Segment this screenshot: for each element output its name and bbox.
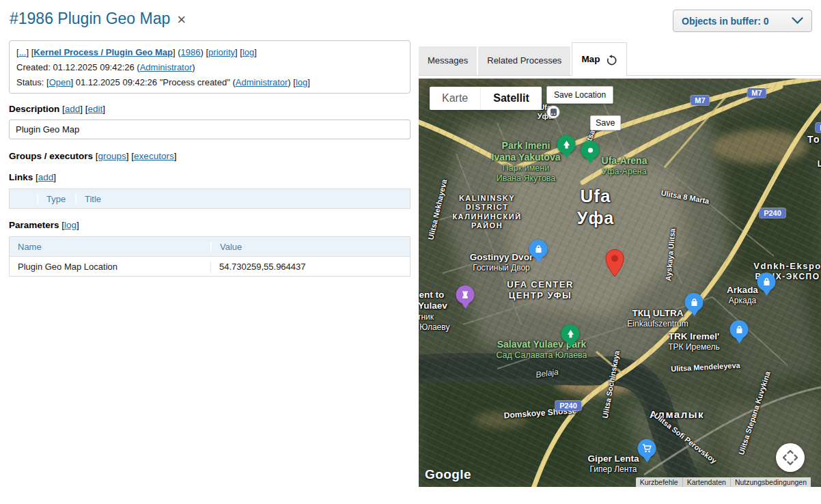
map-label-park-ivana-yakutova[interactable]: Park ImeniIvana YakutovaПарк имениИвана …: [492, 140, 561, 184]
parameters-col-value: Value: [210, 242, 410, 252]
map-label-arkada[interactable]: ArkadaАркада: [727, 285, 758, 306]
link-priority[interactable]: priority: [208, 47, 235, 57]
grocery-pin-lenta[interactable]: [638, 439, 656, 462]
link-open[interactable]: Open: [49, 77, 71, 87]
map-type-satellit-button[interactable]: Satellit: [481, 87, 541, 110]
save-location-button[interactable]: Save Location: [546, 86, 613, 104]
parameters-heading: Parameters [log]: [9, 220, 79, 230]
shopping-pin-ultra[interactable]: [685, 293, 704, 316]
map-label-tsentralnyy-cut: Центральный: [818, 159, 821, 169]
map-type-karte-button[interactable]: Karte: [430, 87, 481, 110]
save-button[interactable]: Save: [590, 115, 621, 130]
stadium-pin-ufa-arena[interactable]: [581, 141, 600, 164]
link--[interactable]: ...: [19, 47, 27, 57]
text-run: ): [192, 62, 195, 72]
description-input[interactable]: [9, 120, 410, 139]
text-run: ] [: [235, 47, 242, 57]
tab-map[interactable]: Map: [572, 42, 627, 76]
link-administrator[interactable]: Administrator: [140, 62, 193, 72]
map-type-control: Karte Satellit: [430, 87, 542, 110]
attribution-link-nutzungsbedingungen[interactable]: Nutzungsbedingungen: [730, 477, 811, 487]
objects-in-buffer-label: Objects in buffer: 0: [682, 16, 769, 27]
text-run: ] (: [173, 47, 181, 57]
links-heading: Links [add]: [9, 172, 56, 182]
page-title: #1986 Plugin Geo Map ×: [10, 10, 186, 28]
map-label-kalininsky-district: KALININSKYDISTRICTКАЛИНИНСКИЙРАЙОН: [452, 194, 521, 231]
text-run: Parameters: [9, 220, 59, 230]
road-badge-m7: M7: [747, 88, 766, 98]
text-run: Links: [9, 172, 33, 182]
text-run: [: [33, 172, 38, 182]
parameters-col-name: Name: [10, 242, 210, 252]
page-title-text: #1986 Plugin Geo Map: [10, 10, 170, 28]
text-run: ] [: [126, 151, 134, 161]
text-run: [: [59, 104, 65, 114]
map-label-ufa-center: UFA CENTERЦЕНТР УФЫ: [507, 279, 574, 301]
tab-bar: Messages Related Processes Map: [419, 42, 821, 76]
link-log[interactable]: log: [296, 77, 307, 87]
map-label-monument-salavat-yulaev[interactable]: Monument toSalavat YulaevПамятникСалават…: [419, 290, 449, 332]
monument-pin-yulaev[interactable]: [456, 285, 475, 309]
park-pin-yakutova[interactable]: [557, 135, 576, 158]
tab-map-label: Map: [581, 43, 600, 76]
text-run: ]: [76, 220, 79, 230]
parameter-value-cell: 54.730259,55.964437: [210, 262, 410, 272]
link-add[interactable]: add: [65, 104, 81, 114]
train-station-icon[interactable]: [546, 105, 560, 119]
park-pin-salavat[interactable]: [561, 324, 580, 348]
text-run: ]: [307, 77, 310, 87]
text-run: ]: [254, 47, 257, 57]
text-run: ] 01.12.2025 09:42:26 "Process created" …: [71, 77, 236, 87]
text-run: ]: [53, 172, 56, 182]
map-label-ufa-city: UfaУфа: [577, 186, 614, 228]
link-kernel-process-plugin-geo-map[interactable]: Kernel Process / Plugin Geo Map: [33, 47, 173, 57]
link-log[interactable]: log: [242, 47, 254, 57]
text-run: ] [: [26, 47, 33, 57]
map-label-tkc-ultra[interactable]: ТКЦ ULTRAEinkaufszentrum: [627, 308, 688, 329]
link-edit[interactable]: edit: [88, 104, 103, 114]
shopping-pin-iremel[interactable]: [730, 320, 749, 344]
links-col-type: Type: [37, 194, 75, 204]
map-label-ufa-arena[interactable]: Ufa-ArenaУфа-Арена: [602, 155, 648, 177]
text-run: Description: [9, 104, 59, 114]
google-logo[interactable]: Google: [425, 467, 471, 482]
link-executors[interactable]: executors: [134, 151, 174, 161]
link-administrator[interactable]: Administrator: [236, 77, 288, 87]
text-run: ] [: [80, 104, 87, 114]
process-info-box: [...] [Kernel Process / Plugin Geo Map] …: [9, 40, 410, 94]
parameter-name-cell: Plugin Geo Map Location: [10, 262, 210, 272]
pan-control[interactable]: [776, 443, 805, 472]
groups-executors-heading: Groups / executors [groups] [executors]: [9, 151, 176, 161]
parameters-table: Name Value Plugin Geo Map Location 54.73…: [9, 236, 410, 277]
text-run: [: [93, 151, 98, 161]
link-log[interactable]: log: [64, 220, 76, 230]
chevron-down-icon: [792, 17, 803, 25]
map-label-gostinyy-dvor[interactable]: Gostinyy DvorГостиный Двор: [470, 252, 533, 273]
link-groups[interactable]: groups: [98, 151, 126, 161]
breadcrumb: [...] [Kernel Process / Plugin Geo Map] …: [16, 45, 403, 60]
close-icon[interactable]: ×: [177, 12, 186, 27]
tab-messages[interactable]: Messages: [419, 46, 477, 75]
road-badge-p240: P240: [816, 123, 821, 132]
map-label-trk-iremel[interactable]: TRK Iremel'ТРК Иремель: [668, 331, 719, 352]
text-run: Groups / executors: [9, 151, 93, 161]
text-run: Status: [: [16, 77, 49, 87]
text-run: ]: [174, 151, 177, 161]
objects-in-buffer-dropdown[interactable]: Objects in buffer: 0: [673, 10, 812, 32]
map-canvas[interactable]: UfaУфаKALININSKYDISTRICTКАЛИНИНСКИЙРАЙОН…: [419, 79, 821, 487]
link-1986[interactable]: 1986: [181, 47, 201, 57]
created-line: Created: 01.12.2025 09:42:26 (Administra…: [16, 60, 403, 75]
tab-related-processes[interactable]: Related Processes: [478, 46, 570, 75]
link-add[interactable]: add: [38, 172, 54, 182]
links-table-header: Type Title: [10, 189, 410, 208]
attribution-link-kurzbefehle[interactable]: Kurzbefehle: [636, 477, 682, 487]
location-marker[interactable]: [604, 249, 625, 280]
pan-arrows-icon: [781, 449, 799, 466]
map-label-giper-lenta[interactable]: Giper LentaГипер Лента: [587, 453, 639, 475]
shopping-pin-arkada[interactable]: [757, 272, 776, 296]
parameters-table-header: Name Value: [10, 237, 410, 256]
shopping-pin-gostinyy[interactable]: [529, 240, 548, 263]
refresh-icon[interactable]: [606, 55, 617, 66]
attribution-link-kartendaten[interactable]: Kartendaten: [682, 477, 730, 487]
text-run: Created: 01.12.2025 09:42:26 (: [16, 62, 140, 72]
